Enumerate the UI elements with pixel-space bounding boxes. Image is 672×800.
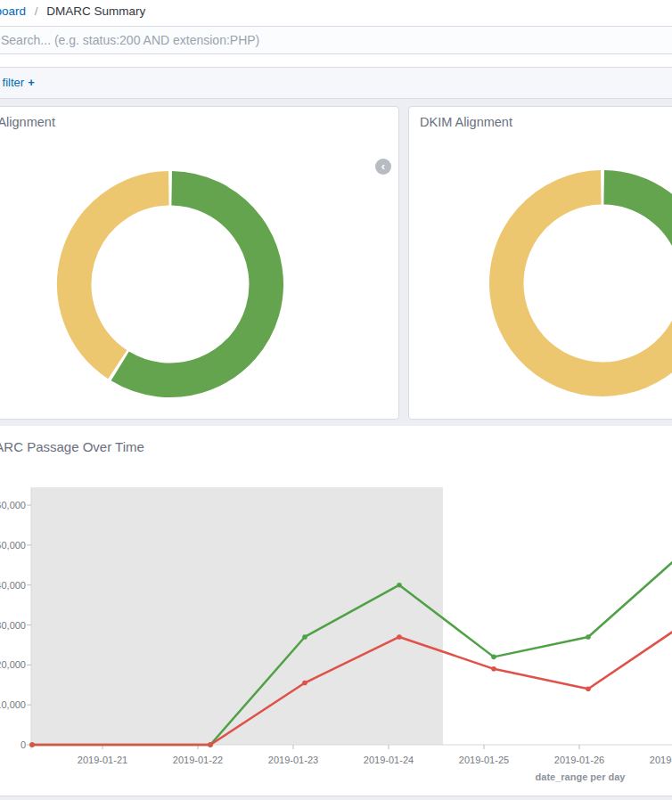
dkim-panel-title: DKIM Alignment	[420, 115, 512, 129]
y-tick-label: 30,000	[0, 620, 26, 631]
filter-bar: Add a filter+	[0, 67, 672, 99]
y-tick-label: 50,000	[0, 540, 26, 551]
red-series-point[interactable]	[397, 634, 402, 640]
x-tick-label: 2019-01-22	[173, 755, 223, 765]
red-series-point[interactable]	[208, 742, 213, 747]
spf-panel-title: SPF Alignment	[0, 115, 55, 129]
dmarc-dashboard-screen: Dashboard / DMARC Summary Add a filter+ …	[0, 0, 672, 800]
x-tick-label: 2019-01-23	[268, 755, 318, 765]
plus-icon: +	[28, 76, 35, 89]
green-series-point[interactable]	[491, 655, 496, 660]
x-tick-label: 2019-01-21	[78, 755, 127, 765]
red-series-point[interactable]	[491, 666, 496, 672]
green-series-point[interactable]	[586, 634, 591, 640]
search-input[interactable]	[0, 26, 672, 54]
y-tick-label: 60,000	[0, 500, 26, 510]
green-series-point[interactable]	[302, 634, 307, 640]
y-tick-label: 20,000	[0, 659, 26, 670]
x-tick-label: 2019-01-27	[650, 755, 672, 765]
dmarc-passage-title: DMARC Passage Over Time	[0, 439, 144, 454]
breadcrumb-current-page: DMARC Summary	[46, 4, 145, 18]
green-series-point[interactable]	[397, 583, 402, 588]
x-tick-label: 2019-01-26	[554, 755, 604, 765]
red-series-point[interactable]	[586, 686, 591, 691]
breadcrumb-dashboard-link[interactable]: Dashboard	[0, 4, 26, 18]
add-filter-label: Add a filter	[0, 76, 24, 89]
x-tick-label: 2019-01-24	[364, 755, 414, 765]
add-filter-link[interactable]: Add a filter+	[0, 76, 35, 89]
y-tick-label: 10,000	[0, 699, 26, 710]
line-chart: 010,00020,00030,00040,00050,00060,000201…	[0, 481, 672, 788]
collapse-panel-icon[interactable]: ‹	[375, 159, 391, 175]
time-range-shaded-region	[31, 487, 443, 745]
y-tick-label: 40,000	[0, 580, 26, 591]
red-series-point[interactable]	[29, 742, 35, 747]
breadcrumb: Dashboard / DMARC Summary	[0, 4, 145, 18]
breadcrumb-separator: /	[35, 4, 38, 18]
x-tick-label: 2019-01-25	[459, 755, 509, 765]
y-tick-label: 0	[20, 739, 26, 750]
red-series-point[interactable]	[302, 681, 307, 686]
x-axis-title: date_range per day	[536, 771, 627, 782]
